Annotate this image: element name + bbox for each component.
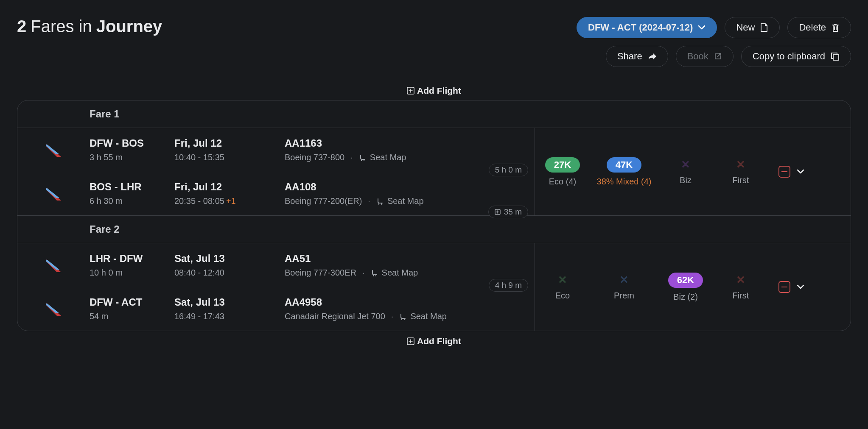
connect-pill[interactable]: 35 m: [488, 206, 528, 218]
fare1-block: DFW - BOS 3 h 55 m Fri, Jul 12 10:40 - 1…: [17, 128, 851, 216]
chevron-down-icon[interactable]: [796, 284, 805, 290]
add-flight-label: Add Flight: [417, 86, 461, 96]
flight-number: AA108: [285, 181, 535, 193]
mixed-label: 38% Mixed (4): [597, 177, 652, 187]
remove-fare-button[interactable]: [778, 281, 790, 293]
seat-map-link[interactable]: Seat Map: [371, 268, 418, 278]
times: 16:49 - 17:43: [174, 312, 224, 321]
airline-logo-icon: [17, 253, 90, 275]
flight-number: AA51: [285, 253, 535, 265]
header: 2 Fares in Journey DFW - ACT (2024-07-12…: [17, 17, 851, 67]
seat-map-label: Seat Map: [387, 196, 424, 206]
add-flight-label: Add Flight: [417, 336, 461, 346]
flight-number: AA1163: [285, 137, 535, 149]
duration: 10 h 0 m: [90, 268, 174, 278]
seat-map-link[interactable]: Seat Map: [399, 312, 447, 321]
plus-square-icon: [407, 337, 414, 345]
clipboard-icon: [830, 52, 840, 61]
duration: 54 m: [90, 312, 174, 321]
cabin-eco: ✕ Eco: [555, 273, 570, 301]
delete-label: Delete: [799, 22, 826, 33]
airline-logo-icon: [17, 296, 90, 318]
cabin-biz: ✕ Biz: [680, 158, 692, 185]
biz-points: 62K: [668, 273, 703, 288]
flight-number: AA4958: [285, 296, 535, 308]
x-icon: ✕: [619, 273, 629, 287]
next-day-indicator: +1: [226, 196, 236, 206]
biz-label: Biz: [680, 176, 692, 185]
prem-label: Prem: [614, 291, 634, 301]
date: Fri, Jul 12: [174, 181, 285, 193]
cabin-eco[interactable]: 27K Eco (4): [545, 157, 580, 187]
cabin-first: ✕ First: [733, 273, 749, 301]
duration: 3 h 55 m: [90, 153, 174, 162]
share-arrow-icon: [647, 52, 657, 61]
eco-points: 27K: [545, 157, 580, 173]
plus-square-icon: [407, 87, 414, 95]
aircraft: Canadair Regional Jet 700: [285, 312, 385, 321]
fare-count: 2: [17, 17, 26, 36]
fare2-block: LHR - DFW 10 h 0 m Sat, Jul 13 08:40 - 1…: [17, 243, 851, 331]
duration: 6 h 30 m: [90, 196, 174, 206]
fare1-segment-1: BOS - LHR 6 h 30 m Fri, Jul 12 20:35 - 0…: [17, 172, 535, 215]
delete-button[interactable]: Delete: [787, 17, 851, 38]
fare1-availability: 27K Eco (4) 47K 38% Mixed (4) ✕ Biz ✕ Fi…: [535, 128, 851, 215]
add-flight-bottom[interactable]: Add Flight: [17, 334, 851, 351]
layover-duration: 5 h 0 m: [495, 165, 522, 175]
copy-button[interactable]: Copy to clipboard: [741, 46, 851, 67]
plus-square-icon: [495, 209, 501, 215]
connect-duration: 35 m: [504, 207, 522, 217]
chevron-down-icon[interactable]: [796, 169, 805, 175]
fare2-segment-1: DFW - ACT 54 m Sat, Jul 13 16:49 - 17:43…: [17, 287, 535, 331]
layover-duration: 4 h 9 m: [495, 281, 522, 290]
aircraft: Boeing 777-200(ER): [285, 196, 362, 206]
share-label: Share: [617, 51, 642, 62]
book-button[interactable]: Book: [676, 46, 734, 67]
file-plus-icon: [760, 23, 768, 32]
times: 08:40 - 12:40: [174, 268, 224, 278]
page-title: 2 Fares in Journey: [17, 17, 162, 36]
fares-card: Fare 1 DFW - BOS 3 h 55 m Fri, Jul 12 10…: [17, 100, 851, 331]
fare-label-text: Fares in: [31, 17, 92, 36]
journey-select-label: DFW - ACT (2024-07-12): [588, 22, 693, 33]
fare1-segment-0: DFW - BOS 3 h 55 m Fri, Jul 12 10:40 - 1…: [17, 128, 535, 172]
aircraft: Boeing 777-300ER: [285, 268, 356, 278]
route: DFW - BOS: [90, 137, 174, 149]
dot-separator-icon: ·: [391, 312, 394, 321]
eco-label: Eco (4): [549, 177, 576, 187]
date: Sat, Jul 13: [174, 253, 285, 265]
x-icon: ✕: [736, 158, 745, 171]
share-button[interactable]: Share: [606, 46, 668, 67]
date: Sat, Jul 13: [174, 296, 285, 308]
route: DFW - ACT: [90, 296, 174, 308]
airline-logo-icon: [17, 181, 90, 203]
cabin-prem: ✕ Prem: [614, 273, 634, 301]
biz-label: Biz (2): [673, 292, 698, 302]
seat-icon: [371, 269, 378, 277]
dot-separator-icon: ·: [362, 268, 365, 278]
fare1-row-actions: [778, 166, 805, 178]
fare1-segments: DFW - BOS 3 h 55 m Fri, Jul 12 10:40 - 1…: [17, 128, 535, 215]
cabin-biz[interactable]: 62K Biz (2): [668, 273, 703, 302]
header-actions: DFW - ACT (2024-07-12) New Delete: [577, 17, 851, 67]
seat-map-link[interactable]: Seat Map: [376, 196, 424, 206]
book-label: Book: [687, 51, 708, 62]
add-flight-top[interactable]: Add Flight: [17, 83, 851, 100]
dot-separator-icon: ·: [350, 153, 353, 162]
dot-separator-icon: ·: [368, 196, 370, 206]
route: LHR - DFW: [90, 253, 174, 265]
new-button[interactable]: New: [725, 17, 780, 38]
remove-fare-button[interactable]: [778, 166, 790, 178]
trash-icon: [831, 23, 840, 32]
mixed-points: 47K: [607, 157, 641, 173]
seat-map-link[interactable]: Seat Map: [359, 153, 406, 162]
cabin-first: ✕ First: [733, 158, 749, 185]
journey-select[interactable]: DFW - ACT (2024-07-12): [577, 17, 717, 38]
x-icon: ✕: [736, 273, 745, 287]
route: BOS - LHR: [90, 181, 174, 193]
seat-icon: [399, 313, 407, 320]
seat-map-label: Seat Map: [370, 153, 406, 162]
aircraft: Boeing 737-800: [285, 153, 344, 162]
cabin-mixed[interactable]: 47K 38% Mixed (4): [597, 157, 652, 187]
airline-logo-icon: [17, 137, 90, 159]
